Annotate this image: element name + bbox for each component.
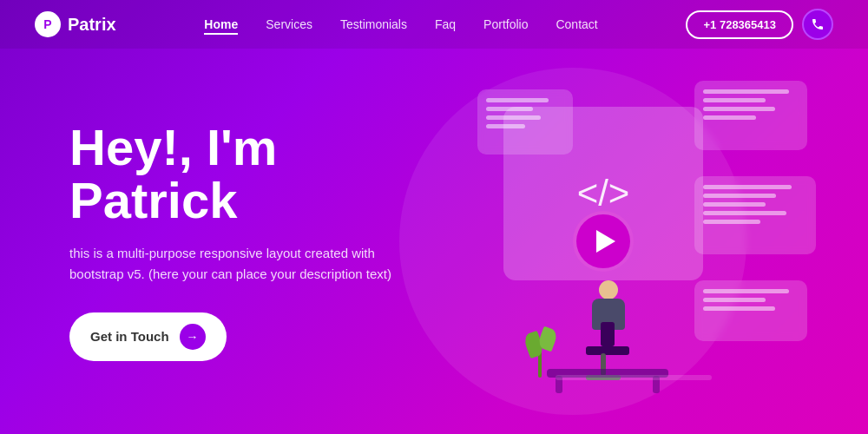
nav-link-portfolio[interactable]: Portfolio: [483, 17, 528, 31]
hero-text: Hey!, I'm Patrick this is a multi-purpos…: [69, 122, 399, 361]
person-desk-illustration: [538, 254, 677, 393]
nav-link-contact[interactable]: Contact: [556, 17, 597, 31]
nav-item-home[interactable]: Home: [204, 16, 238, 32]
code-brackets-icon: </>: [577, 173, 630, 214]
brand-name: Patrix: [68, 15, 116, 35]
floating-card-mid-right: [694, 176, 816, 254]
chair-seat: [586, 346, 629, 355]
hero-illustration: </>: [451, 72, 816, 411]
phone-number-button[interactable]: +1 728365413: [686, 10, 793, 39]
phone-icon: [811, 17, 825, 31]
cta-label: Get in Touch: [90, 329, 169, 344]
nav-links: Home Services Testimonials Faq Portfolio…: [204, 16, 597, 32]
hero-section: Hey!, I'm Patrick this is a multi-purpos…: [0, 49, 868, 434]
hero-heading: Hey!, I'm Patrick: [69, 122, 399, 227]
logo-icon: P: [35, 11, 61, 37]
nav-link-testimonials[interactable]: Testimonials: [340, 17, 407, 31]
nav-item-portfolio[interactable]: Portfolio: [483, 16, 528, 32]
hero-description: this is a multi-purpose responsive layou…: [69, 243, 399, 285]
floating-card-top-right: [694, 81, 807, 150]
hero-heading-line1: Hey!, I'm: [69, 119, 277, 175]
nav-item-services[interactable]: Services: [266, 16, 312, 32]
nav-link-faq[interactable]: Faq: [435, 17, 456, 31]
nav-item-contact[interactable]: Contact: [556, 16, 597, 32]
chair-back: [601, 322, 615, 346]
play-triangle-icon: [596, 230, 615, 253]
cta-arrow-icon: →: [180, 324, 206, 350]
floor-platform: [556, 375, 712, 380]
nav-item-testimonials[interactable]: Testimonials: [340, 16, 407, 32]
nav-link-home[interactable]: Home: [204, 17, 238, 35]
nav-link-services[interactable]: Services: [266, 17, 312, 31]
person-head: [599, 280, 618, 299]
cta-button[interactable]: Get in Touch →: [69, 312, 227, 361]
nav-item-faq[interactable]: Faq: [435, 16, 456, 32]
floating-card-bot-right: [694, 280, 807, 341]
logo[interactable]: P Patrix: [35, 11, 116, 37]
nav-phone-area: +1 728365413: [686, 9, 833, 40]
hero-heading-line2: Patrick: [69, 172, 237, 228]
phone-icon-button[interactable]: [802, 9, 833, 40]
navbar: P Patrix Home Services Testimonials Faq …: [0, 0, 868, 49]
